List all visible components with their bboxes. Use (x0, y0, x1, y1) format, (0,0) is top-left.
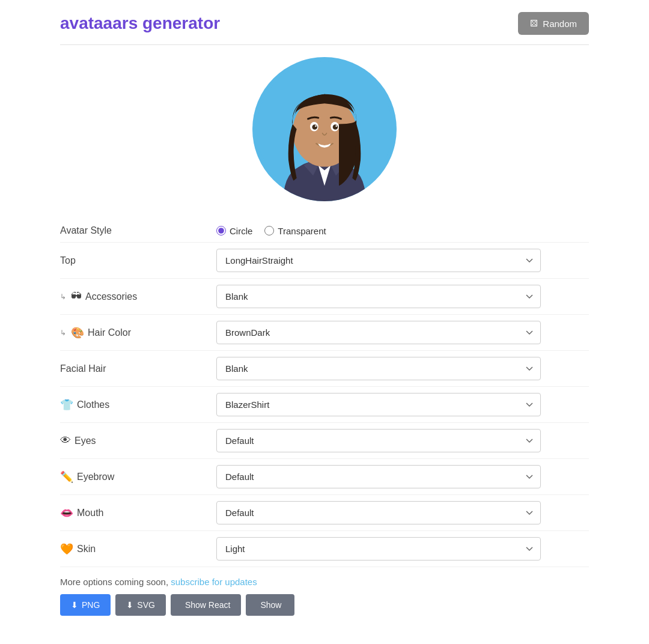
subscribe-link[interactable]: subscribe for updates (171, 577, 257, 587)
label-eyes: 👁Eyes (60, 434, 216, 447)
accessories-icon: 🕶 (71, 290, 82, 303)
control-hair_color: AuburnBlackBlondeBlondeGoldenBrownBrownD… (216, 321, 541, 344)
avatar-preview (252, 57, 397, 201)
field-row-accessories: ↳🕶AccessoriesBlankKurtPrescription01Pres… (60, 279, 589, 315)
avatar-svg (252, 57, 397, 201)
svg-point-8 (315, 126, 317, 127)
eyes-icon: 👁 (60, 434, 71, 447)
png-icon: ⬇ (71, 600, 78, 610)
radio-transparent[interactable] (264, 226, 274, 235)
fields-container: TopLongHairStraightLongHairCurvyShortHai… (60, 243, 589, 567)
radio-transparent-text: Transparent (278, 226, 326, 236)
control-clothes: BlazerShirtBlazerSweaterCollarSweaterGra… (216, 393, 541, 416)
label-top: Top (60, 255, 216, 266)
sub-arrow-icon: ↳ (60, 329, 66, 337)
avatar-style-row: Avatar Style Circle Transparent (60, 219, 589, 243)
field-row-eyes: 👁EyesCloseCryDefaultDizzyEyeRollHappyHea… (60, 423, 589, 459)
png-label: PNG (82, 600, 100, 610)
control-eyebrow: AngryAngryNaturalDefaultDefaultNaturalFl… (216, 465, 541, 488)
control-accessories: BlankKurtPrescription01Prescription02Rou… (216, 285, 541, 308)
btn-svg[interactable]: ⬇SVG (115, 594, 166, 616)
avatar-style-control: Circle Transparent (216, 226, 541, 236)
svg-point-7 (333, 124, 338, 130)
eyebrow-label: Eyebrow (77, 472, 114, 482)
more-options-text: More options coming soon, subscribe for … (60, 567, 589, 594)
field-row-eyebrow: ✏️EyebrowAngryAngryNaturalDefaultDefault… (60, 459, 589, 495)
random-button-label: Random (543, 19, 577, 29)
app-title: avataaars generator (60, 14, 220, 33)
label-accessories: ↳🕶Accessories (60, 290, 216, 303)
label-hair_color: ↳🎨Hair Color (60, 326, 216, 339)
field-row-skin: 🧡SkinTannedYellowPaleLightBrownDarkBrown… (60, 531, 589, 567)
select-facial_hair[interactable]: BlankBeardMediumBeardLightBeardMagesticM… (216, 357, 541, 380)
field-row-mouth: 👄MouthConcernedDefaultDisbeliefEatingGri… (60, 495, 589, 531)
facial_hair-label: Facial Hair (60, 363, 106, 374)
subscribe-link-text: subscribe for updates (171, 577, 257, 587)
radio-transparent-label[interactable]: Transparent (264, 226, 326, 236)
avatar-style-label: Avatar Style (60, 225, 216, 236)
select-clothes[interactable]: BlazerShirtBlazerSweaterCollarSweaterGra… (216, 393, 541, 416)
mouth-icon: 👄 (60, 506, 73, 520)
clothes-icon: 👕 (60, 398, 73, 412)
header: avataaars generator ⚄ Random (60, 12, 589, 45)
select-accessories[interactable]: BlankKurtPrescription01Prescription02Rou… (216, 285, 541, 308)
radio-circle[interactable] (216, 226, 226, 235)
accessories-label: Accessories (85, 291, 137, 302)
control-mouth: ConcernedDefaultDisbeliefEatingGrimaceSa… (216, 501, 541, 524)
mouth-label: Mouth (77, 508, 103, 518)
skin-label: Skin (77, 544, 96, 554)
svg-point-9 (335, 126, 337, 127)
select-eyebrow[interactable]: AngryAngryNaturalDefaultDefaultNaturalFl… (216, 465, 541, 488)
more-options-label: More options coming soon, (60, 577, 168, 587)
random-button[interactable]: ⚄ Random (518, 12, 589, 35)
control-skin: TannedYellowPaleLightBrownDarkBrownBlack (216, 537, 541, 560)
field-row-top: TopLongHairStraightLongHairCurvyShortHai… (60, 243, 589, 279)
label-clothes: 👕Clothes (60, 398, 216, 412)
btn-png[interactable]: ⬇PNG (60, 594, 111, 616)
avatar-section (60, 57, 589, 201)
select-top[interactable]: LongHairStraightLongHairCurvyShortHairSh… (216, 249, 541, 272)
field-row-facial_hair: Facial HairBlankBeardMediumBeardLightBea… (60, 351, 589, 387)
select-mouth[interactable]: ConcernedDefaultDisbeliefEatingGrimaceSa… (216, 501, 541, 524)
eyebrow-icon: ✏️ (60, 470, 73, 484)
top-label: Top (60, 255, 76, 266)
label-eyebrow: ✏️Eyebrow (60, 470, 216, 484)
form-section: Avatar Style Circle Transparent (60, 219, 589, 243)
label-facial_hair: Facial Hair (60, 363, 216, 374)
skin-icon: 🧡 (60, 542, 73, 556)
field-row-hair_color: ↳🎨Hair ColorAuburnBlackBlondeBlondeGolde… (60, 315, 589, 351)
control-facial_hair: BlankBeardMediumBeardLightBeardMagesticM… (216, 357, 541, 380)
select-skin[interactable]: TannedYellowPaleLightBrownDarkBrownBlack (216, 537, 541, 560)
clothes-label: Clothes (77, 399, 109, 410)
eyes-label: Eyes (75, 436, 96, 446)
radio-circle-text: Circle (230, 226, 252, 236)
svg-label: SVG (137, 600, 155, 610)
avatar-style-radio-group: Circle Transparent (216, 226, 541, 236)
hair_color-icon: 🎨 (71, 326, 84, 339)
select-hair_color[interactable]: AuburnBlackBlondeBlondeGoldenBrownBrownD… (216, 321, 541, 344)
label-skin: 🧡Skin (60, 542, 216, 556)
control-eyes: CloseCryDefaultDizzyEyeRollHappyHeartsSi… (216, 429, 541, 452)
show_img-label: Show (260, 600, 284, 610)
action-buttons: ⬇PNG⬇SVGShow ReactShow (60, 594, 589, 616)
svg-icon: ⬇ (126, 600, 133, 610)
field-row-clothes: 👕ClothesBlazerShirtBlazerSweaterCollarSw… (60, 387, 589, 423)
btn-show_img[interactable]: Show (246, 594, 294, 616)
hair_color-label: Hair Color (88, 327, 131, 338)
select-eyes[interactable]: CloseCryDefaultDizzyEyeRollHappyHeartsSi… (216, 429, 541, 452)
sub-arrow-icon: ↳ (60, 293, 66, 301)
label-mouth: 👄Mouth (60, 506, 216, 520)
btn-show_react[interactable]: Show React (171, 594, 241, 616)
svg-point-6 (312, 124, 317, 130)
random-icon: ⚄ (530, 18, 538, 29)
show_react-label: Show React (185, 600, 230, 610)
page-wrapper: avataaars generator ⚄ Random (36, 0, 613, 640)
control-top: LongHairStraightLongHairCurvyShortHairSh… (216, 249, 541, 272)
radio-circle-label[interactable]: Circle (216, 226, 252, 236)
